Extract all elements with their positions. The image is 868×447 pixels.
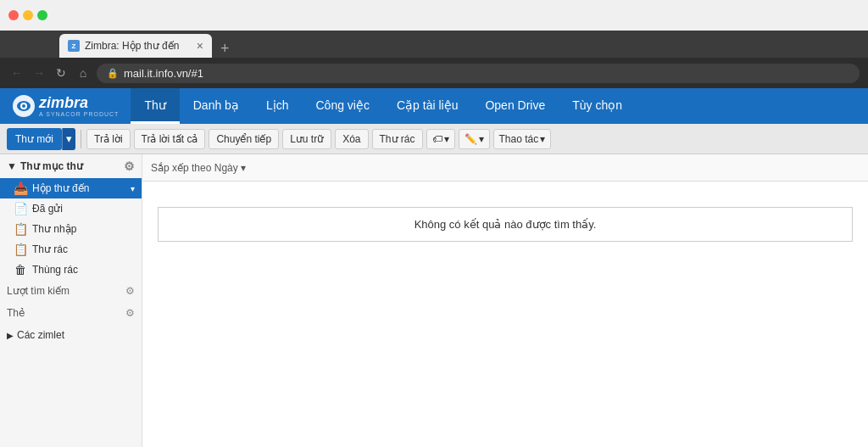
- tab-bar: Z Zimbra: Hộp thư đến × +: [0, 31, 868, 58]
- tags-section: Thẻ ⚙: [0, 302, 142, 324]
- sidebar-item-hop-thu-den[interactable]: 📥 Hộp thư đến ▾: [0, 178, 142, 198]
- address-bar: ← → ↻ ⌂ 🔒 mail.it.info.vn/#1: [0, 58, 868, 88]
- browser-tab[interactable]: Z Zimbra: Hộp thư đến ×: [59, 34, 212, 58]
- delete-button[interactable]: Xóa: [335, 129, 368, 149]
- mail-folder-header[interactable]: ▼ Thư mục thư ⚙: [0, 154, 142, 178]
- lock-icon: 🔒: [107, 68, 119, 79]
- address-input[interactable]: 🔒 mail.it.info.vn/#1: [97, 64, 860, 83]
- nav-item-open-drive[interactable]: Open Drive: [471, 88, 559, 124]
- collapse-arrow-icon: ▼: [7, 160, 17, 172]
- tab-close-button[interactable]: ×: [197, 40, 203, 52]
- address-text: mail.it.info.vn/#1: [124, 67, 203, 80]
- tab-favicon: Z: [68, 40, 80, 52]
- folder-settings-icon[interactable]: ⚙: [124, 159, 135, 173]
- draft-icon: 📋: [14, 222, 27, 236]
- sidebar-item-thu-nhap[interactable]: 📋 Thư nhập: [0, 219, 142, 239]
- minimize-button[interactable]: [23, 10, 33, 20]
- inbox-icon: 📥: [14, 182, 27, 195]
- sent-icon: 📄: [14, 202, 27, 215]
- zimbra-logo-icon: [12, 94, 36, 118]
- new-mail-group: Thư mới ▾: [7, 128, 75, 150]
- sort-bar: Sắp xếp theo Ngày ▾: [142, 154, 868, 182]
- nav-item-tuy-chon[interactable]: Tùy chọn: [559, 88, 636, 124]
- flag-button[interactable]: ✏️▾: [459, 129, 490, 149]
- home-button[interactable]: ⌂: [75, 66, 92, 80]
- traffic-lights: [8, 10, 47, 20]
- new-mail-arrow-button[interactable]: ▾: [62, 128, 75, 150]
- zimbra-logo: zimbra A SYNACOR PRODUCT: [0, 88, 131, 124]
- tab-title: Zimbra: Hộp thư đến: [85, 40, 179, 52]
- maximize-button[interactable]: [37, 10, 47, 20]
- sidebar: ▼ Thư mục thư ⚙ 📥 Hộp thư đến ▾ 📄 Đã gửi…: [0, 154, 142, 447]
- nav-item-thu[interactable]: Thư: [131, 88, 179, 124]
- spam-folder-icon: 📋: [14, 243, 27, 256]
- archive-button[interactable]: Lưu trữ: [282, 129, 331, 149]
- search-section: Lượt tìm kiếm ⚙: [0, 280, 142, 302]
- no-results-container: Không có kết quả nào được tìm thấy.: [142, 182, 868, 447]
- svg-point-3: [22, 104, 25, 108]
- sort-arrow-icon: ▾: [241, 162, 246, 174]
- forward-button[interactable]: Chuyển tiếp: [209, 129, 279, 149]
- tags-settings-icon[interactable]: ⚙: [125, 307, 135, 319]
- browser-chrome: Z Zimbra: Hộp thư đến × + ← → ↻ ⌂ 🔒 mail…: [0, 0, 868, 88]
- inbox-arrow: ▾: [131, 184, 135, 193]
- toolbar: Thư mới ▾ Trả lời Trả lời tất cả Chuyển …: [0, 124, 868, 154]
- sidebar-item-da-gui[interactable]: 📄 Đã gửi: [0, 198, 142, 219]
- app: zimbra A SYNACOR PRODUCT Thư Danh bạ Lịc…: [0, 88, 868, 447]
- zimbra-tagline: A SYNACOR PRODUCT: [39, 111, 119, 117]
- toolbar-separator-1: [81, 130, 81, 148]
- close-button[interactable]: [8, 10, 19, 20]
- reply-all-button[interactable]: Trả lời tất cả: [134, 129, 206, 149]
- sidebar-item-thu-rac[interactable]: 📋 Thư rác: [0, 239, 142, 260]
- reload-button[interactable]: ↻: [53, 66, 70, 80]
- spam-button[interactable]: Thư rác: [372, 129, 423, 149]
- top-nav: zimbra A SYNACOR PRODUCT Thư Danh bạ Lịc…: [0, 88, 868, 124]
- nav-item-cong-viec[interactable]: Công việc: [302, 88, 382, 124]
- nav-item-danh-ba[interactable]: Danh bạ: [180, 88, 253, 124]
- zimlet-section[interactable]: ▶ Các zimlet: [0, 324, 142, 346]
- title-bar: [0, 0, 868, 31]
- sort-button[interactable]: Sắp xếp theo Ngày ▾: [151, 162, 246, 174]
- actions-button[interactable]: Thao tác ▾: [493, 129, 552, 149]
- trash-icon: 🗑: [14, 263, 27, 277]
- email-area: Sắp xếp theo Ngày ▾ Không có kết quả nào…: [142, 154, 868, 447]
- zimlet-collapse-icon: ▶: [7, 331, 14, 340]
- search-settings-icon[interactable]: ⚙: [125, 285, 135, 297]
- zimbra-text: zimbra: [39, 95, 119, 112]
- tag-button[interactable]: 🏷▾: [426, 129, 455, 149]
- new-tab-button[interactable]: +: [217, 40, 233, 58]
- nav-items: Thư Danh bạ Lịch Công việc Cặp tài liệu …: [131, 88, 636, 124]
- no-results-message: Không có kết quả nào được tìm thấy.: [158, 207, 853, 242]
- main-content: ▼ Thư mục thư ⚙ 📥 Hộp thư đến ▾ 📄 Đã gửi…: [0, 154, 868, 447]
- forward-button[interactable]: →: [31, 66, 47, 80]
- sidebar-item-thung-rac[interactable]: 🗑 Thùng rác: [0, 260, 142, 280]
- new-mail-button[interactable]: Thư mới: [7, 128, 62, 150]
- back-button[interactable]: ←: [8, 66, 25, 80]
- reply-button[interactable]: Trả lời: [86, 129, 131, 149]
- nav-item-lich[interactable]: Lịch: [253, 88, 303, 124]
- nav-item-cap-tai-lieu[interactable]: Cặp tài liệu: [383, 88, 471, 124]
